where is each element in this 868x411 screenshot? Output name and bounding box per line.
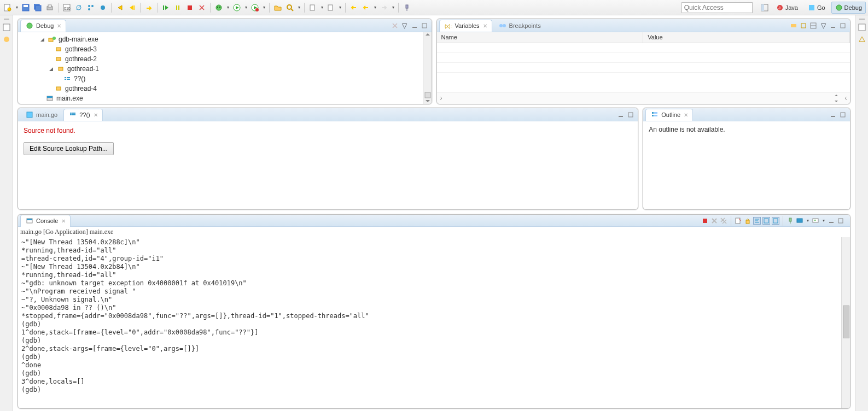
layout-icon[interactable]	[809, 22, 817, 30]
close-icon[interactable]: ✕	[94, 112, 98, 118]
show-on-err-icon[interactable]	[772, 217, 779, 225]
step-return-icon[interactable]	[143, 2, 154, 13]
tree-thread-row[interactable]: gothread-2	[21, 54, 428, 64]
minimized-view2-icon[interactable]	[858, 35, 866, 44]
debug-tree[interactable]: ◢gdb-main.exe gothread-3 gothread-2 ◢got…	[18, 32, 432, 104]
maximize-icon[interactable]	[421, 22, 428, 30]
word-wrap-icon[interactable]	[753, 217, 761, 225]
scrollbar[interactable]	[423, 32, 432, 104]
display-console-dropdown[interactable]: ▾	[805, 215, 810, 226]
console-output[interactable]: ~"[New Thread 13504.0x288c]\n"*running,t…	[18, 237, 850, 408]
search-icon[interactable]	[284, 2, 295, 13]
breakpoints-tab[interactable]: Breakpoints	[493, 20, 546, 32]
debug-dropdown[interactable]: ▾	[225, 2, 230, 13]
close-icon[interactable]: ✕	[684, 112, 688, 118]
tree-exe-row[interactable]: main.exe	[21, 93, 428, 103]
console-tab[interactable]: Console ✕	[20, 215, 71, 227]
maximize-icon[interactable]	[837, 217, 844, 225]
skip-breakpoints-icon[interactable]	[73, 2, 84, 13]
editor-tab-main[interactable]: main.go	[20, 109, 62, 121]
tree-thread-row[interactable]: gothread-4	[21, 84, 428, 93]
view-menu-icon[interactable]: ▽	[401, 22, 409, 30]
toggle-breakpoint-icon[interactable]	[97, 2, 108, 13]
disconnect-icon[interactable]	[196, 2, 207, 13]
perspective-debug[interactable]: Debug	[831, 2, 866, 14]
search-dropdown[interactable]: ▾	[296, 2, 301, 13]
minimized-view2-icon[interactable]	[2, 35, 11, 44]
back-dropdown[interactable]: ▾	[372, 2, 377, 13]
minimize-icon[interactable]	[829, 22, 837, 30]
col-value[interactable]: Value	[643, 32, 850, 43]
open-console-dropdown[interactable]: ▾	[821, 215, 826, 226]
debug-icon[interactable]	[213, 2, 224, 13]
pin-console-icon[interactable]	[787, 217, 794, 225]
new-dropdown[interactable]: ▾	[14, 2, 19, 13]
tree-thread-row[interactable]: ◢gothread-1	[21, 64, 428, 74]
perspective-go[interactable]: Go	[804, 2, 829, 14]
next-annotation-icon[interactable]	[307, 2, 318, 13]
minimize-icon[interactable]	[411, 22, 418, 30]
close-icon[interactable]: ✕	[483, 23, 487, 29]
run-dropdown[interactable]: ▾	[243, 2, 248, 13]
show-type-icon[interactable]	[790, 22, 797, 30]
binary-icon[interactable]: 010	[61, 2, 72, 13]
forward-icon[interactable]	[378, 2, 389, 13]
collapse-icon[interactable]	[800, 22, 807, 30]
minimize-icon[interactable]	[617, 111, 625, 119]
run-last-icon[interactable]	[249, 2, 260, 13]
run-icon[interactable]	[231, 2, 242, 13]
quick-access-input[interactable]	[681, 2, 753, 13]
pin-icon[interactable]	[401, 2, 412, 13]
remove-all-icon[interactable]	[720, 217, 727, 225]
step-reverse-icon[interactable]	[126, 2, 137, 13]
scrollbar[interactable]	[841, 237, 850, 408]
remove-launch-icon[interactable]	[710, 217, 718, 225]
maximize-icon[interactable]	[839, 22, 847, 30]
prev-ann-dropdown[interactable]: ▾	[337, 2, 342, 13]
variables-detail-pane[interactable]	[437, 92, 850, 104]
minimized-view-icon[interactable]	[858, 23, 866, 32]
tree-frame-row[interactable]: ??()	[21, 74, 428, 84]
minimized-view-icon[interactable]	[2, 23, 11, 32]
print-icon[interactable]	[44, 2, 55, 13]
variables-body[interactable]	[437, 43, 850, 92]
view-menu-icon[interactable]: ▽	[819, 22, 827, 30]
open-type-icon[interactable]	[272, 2, 283, 13]
display-console-icon[interactable]	[796, 217, 803, 225]
tree-thread-row[interactable]: gothread-3	[21, 44, 428, 54]
new-icon[interactable]	[2, 2, 13, 13]
close-icon[interactable]: ✕	[61, 218, 66, 224]
breakpoint-types-icon[interactable]	[85, 2, 96, 13]
last-edit-icon[interactable]	[348, 2, 359, 13]
prev-annotation-icon[interactable]	[325, 2, 336, 13]
minimize-icon[interactable]	[828, 217, 835, 225]
resume-reverse-icon[interactable]	[114, 2, 125, 13]
close-icon[interactable]: ✕	[57, 23, 61, 29]
suspend-icon[interactable]	[172, 2, 183, 13]
forward-dropdown[interactable]: ▾	[391, 2, 395, 13]
scroll-lock-icon[interactable]	[744, 217, 752, 225]
save-all-icon[interactable]	[32, 2, 43, 13]
terminate-icon[interactable]	[184, 2, 195, 13]
col-name[interactable]: Name	[437, 32, 644, 43]
perspective-java[interactable]: JJava	[772, 2, 802, 14]
maximize-icon[interactable]	[839, 111, 847, 119]
terminate-icon[interactable]	[701, 217, 709, 225]
back-icon[interactable]	[360, 2, 371, 13]
open-console-icon[interactable]: +	[812, 217, 819, 225]
show-on-out-icon[interactable]	[762, 217, 770, 225]
outline-tab[interactable]: Outline ✕	[645, 109, 693, 121]
editor-tab-unknown[interactable]: ??() ✕	[63, 109, 103, 121]
open-perspective-icon[interactable]	[759, 2, 770, 13]
debug-tab[interactable]: Debug ✕	[20, 20, 66, 32]
debug-remove-icon[interactable]	[391, 22, 399, 30]
resume-icon[interactable]	[160, 2, 171, 13]
next-ann-dropdown[interactable]: ▾	[319, 2, 324, 13]
edit-source-lookup-button[interactable]: Edit Source Lookup Path...	[24, 142, 114, 155]
save-icon[interactable]	[20, 2, 31, 13]
clear-console-icon[interactable]	[735, 217, 742, 225]
run-last-dropdown[interactable]: ▾	[261, 2, 266, 13]
tree-process-row[interactable]: ◢gdb-main.exe	[21, 34, 428, 44]
minimize-icon[interactable]	[829, 111, 837, 119]
maximize-icon[interactable]	[627, 111, 634, 119]
